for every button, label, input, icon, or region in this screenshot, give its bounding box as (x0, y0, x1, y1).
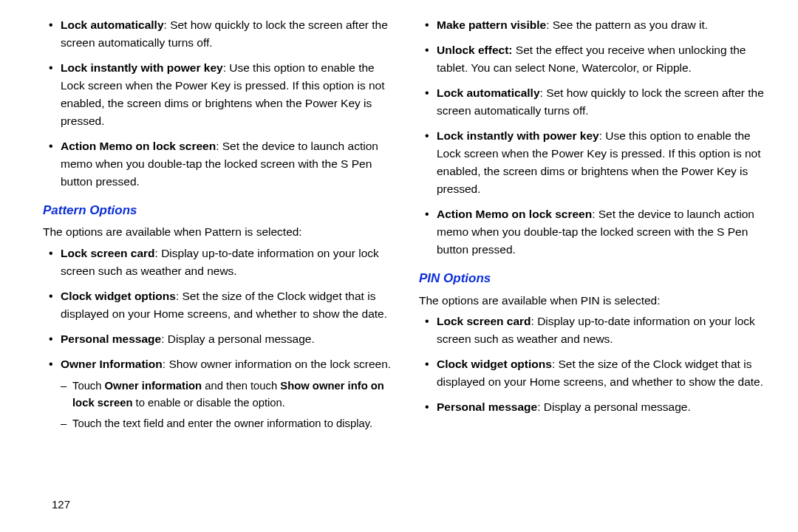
page-number: 127 (52, 496, 70, 513)
right-column: Make pattern visible: See the pattern as… (419, 16, 768, 440)
sub-bold1: Owner information (105, 380, 202, 392)
list-item: Clock widget options: Set the size of th… (53, 287, 392, 323)
sub-mid: and then touch (202, 380, 280, 392)
list-item: Lock screen card: Display up-to-date inf… (429, 313, 768, 348)
term: Lock screen card (61, 247, 155, 259)
term: Clock widget options (437, 358, 552, 370)
term: Clock widget options (61, 290, 176, 302)
list-item: Clock widget options: Set the size of th… (429, 355, 768, 391)
term: Action Memo on lock screen (61, 140, 216, 152)
pattern-options-intro: The options are available when Pattern i… (43, 223, 392, 241)
list-item: Make pattern visible: See the pattern as… (429, 16, 768, 34)
sub-list-item: Touch the text field and enter the owner… (61, 415, 392, 432)
desc: : Show owner information on the lock scr… (163, 358, 391, 370)
right-top-bullets: Make pattern visible: See the pattern as… (419, 16, 768, 259)
list-item: Lock screen card: Display up-to-date inf… (53, 245, 392, 280)
pin-options-intro: The options are available when PIN is se… (419, 292, 768, 310)
sub-list-item: Touch Owner information and then touch S… (61, 378, 392, 412)
list-item: Action Memo on lock screen: Set the devi… (429, 205, 768, 259)
list-item: Lock instantly with power key: Use this … (53, 59, 392, 130)
term: Lock instantly with power key (61, 61, 223, 74)
term: Personal message (61, 332, 161, 345)
list-item: Personal message: Display a personal mes… (53, 330, 392, 348)
term: Personal message (437, 400, 537, 413)
left-column: Lock automatically: Set how quickly to l… (43, 16, 392, 440)
pattern-options-heading: Pattern Options (43, 201, 392, 220)
sub-pre: Touch (72, 380, 105, 392)
desc: : See the pattern as you draw it. (546, 18, 708, 31)
left-top-bullets: Lock automatically: Set how quickly to l… (43, 16, 392, 191)
pin-options-bullets: Lock screen card: Display up-to-date inf… (419, 313, 768, 416)
term: Lock automatically (437, 86, 540, 99)
sub-plain: Touch the text field and enter the owner… (72, 417, 372, 429)
sub-post: to enable or disable the option. (132, 397, 285, 409)
list-item: Lock automatically: Set how quickly to l… (53, 16, 392, 52)
list-item: Unlock effect: Set the effect you receiv… (429, 41, 768, 77)
term: Lock instantly with power key (437, 129, 599, 142)
list-item: Lock automatically: Set how quickly to l… (429, 84, 768, 120)
term: Unlock effect: (437, 44, 513, 56)
term: Owner Information (61, 358, 163, 370)
term: Action Memo on lock screen (437, 208, 592, 220)
desc: : Display a personal message. (537, 400, 691, 413)
term: Lock automatically (61, 18, 164, 31)
pattern-options-bullets: Lock screen card: Display up-to-date inf… (43, 245, 392, 433)
list-item: Action Memo on lock screen: Set the devi… (53, 137, 392, 191)
term: Make pattern visible (437, 18, 546, 31)
list-item: Personal message: Display a personal mes… (429, 398, 768, 416)
list-item: Owner Information: Show owner informatio… (53, 355, 392, 433)
desc: : Display a personal message. (161, 332, 315, 345)
pin-options-heading: PIN Options (419, 269, 768, 288)
list-item: Lock instantly with power key: Use this … (429, 127, 768, 198)
term: Lock screen card (437, 315, 531, 327)
page-content: Lock automatically: Set how quickly to l… (0, 0, 798, 454)
